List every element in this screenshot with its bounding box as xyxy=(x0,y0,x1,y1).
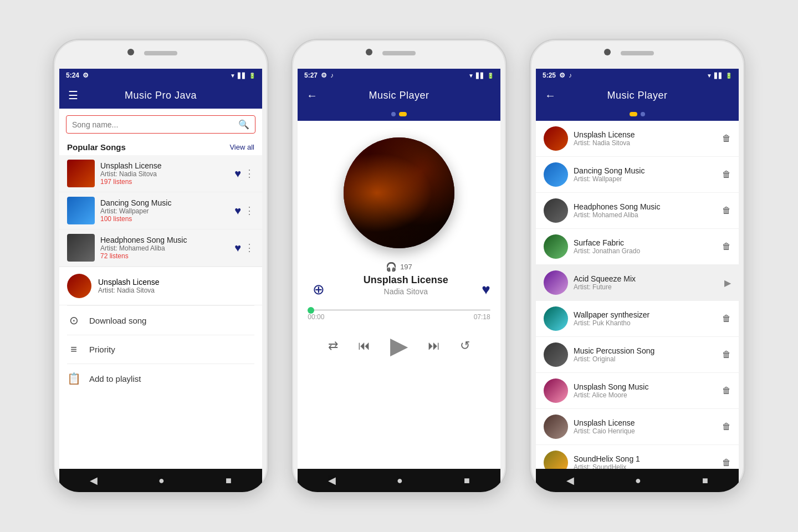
back-icon-2[interactable]: ← xyxy=(306,89,318,102)
playlist-item-2[interactable]: Dancing Song Music Artist: Wallpaper 🗑 xyxy=(536,157,739,193)
song-item-1[interactable]: Unsplash License Artist: Nadia Sitova 19… xyxy=(59,155,262,192)
player-controls-row: ⊕ Unsplash License Nadia Sitova ♥ xyxy=(308,274,490,305)
playlist-title-5: Acid Squeeze Mix xyxy=(574,274,719,283)
phone-top-3 xyxy=(530,40,744,69)
view-all-button[interactable]: View all xyxy=(229,143,254,151)
song-item-2[interactable]: Dancing Song Music Artist: Wallpaper 100… xyxy=(59,192,262,229)
playlist-delete-9[interactable]: 🗑 xyxy=(722,422,731,432)
playlist-delete-4[interactable]: 🗑 xyxy=(722,242,731,252)
dot-3-1[interactable] xyxy=(630,112,637,116)
search-input-1[interactable] xyxy=(72,120,238,129)
phone-screen-2: 5:27 ⚙ ♪ ▋▋ 🔋 ← Music Player xyxy=(298,69,500,492)
download-button-player[interactable]: ⊕ xyxy=(308,281,330,298)
shuffle-button[interactable]: ⇄ xyxy=(328,339,338,353)
playlist-title-3: Headphones Song Music xyxy=(574,202,717,211)
context-priority[interactable]: ≡ Priority xyxy=(59,335,262,364)
playlist-item-1[interactable]: Unsplash License Artist: Nadia Sitova 🗑 xyxy=(536,121,739,157)
playlist-item-5[interactable]: Acid Squeeze Mix Artist: Future ▶ xyxy=(536,265,739,301)
playlist-title-10: SoundHelix Song 1 xyxy=(574,454,717,463)
playlist-thumb-4 xyxy=(544,234,568,259)
song-title-1: Unsplash License xyxy=(100,161,229,170)
context-add-playlist[interactable]: 📋 Add to playlist xyxy=(59,364,262,393)
repeat-button[interactable]: ↺ xyxy=(460,339,470,353)
playlist-info-3: Headphones Song Music Artist: Mohamed Al… xyxy=(574,202,717,219)
more-button-2[interactable]: ⋮ xyxy=(244,204,254,217)
status-icons-1: ▋▋ 🔋 xyxy=(230,71,255,79)
dot-2-1[interactable] xyxy=(391,112,396,116)
song-artist-2: Artist: Wallpaper xyxy=(100,207,229,215)
song-item-3[interactable]: Headphones Song Music Artist: Mohamed Al… xyxy=(59,229,262,267)
heart-button-player[interactable]: ♥ xyxy=(482,281,490,298)
heart-button-3[interactable]: ♥ xyxy=(234,242,241,254)
nav-square-1[interactable]: ■ xyxy=(226,475,232,487)
nav-square-2[interactable]: ■ xyxy=(464,475,470,487)
settings-icon-1: ⚙ xyxy=(83,71,89,79)
playlist-item-9[interactable]: Unsplash License Artist: Caio Henrique 🗑 xyxy=(536,409,739,445)
playlist-delete-1[interactable]: 🗑 xyxy=(722,134,731,144)
playlist-delete-8[interactable]: 🗑 xyxy=(722,386,731,396)
playlist-artist-4: Artist: Jonathan Grado xyxy=(574,247,717,255)
heart-button-1[interactable]: ♥ xyxy=(234,167,241,180)
play-indicator-5[interactable]: ▶ xyxy=(724,278,731,288)
playlist-item-3[interactable]: Headphones Song Music Artist: Mohamed Al… xyxy=(536,193,739,229)
nav-home-1[interactable]: ● xyxy=(158,475,165,487)
menu-icon-1[interactable]: ☰ xyxy=(68,89,78,102)
nav-home-3[interactable]: ● xyxy=(635,475,641,487)
settings-icon-3: ⚙ xyxy=(559,71,565,79)
phone-screen-1: 5:24 ⚙ ▋▋ 🔋 ☰ Music Pro Java 🔍 Popular xyxy=(59,69,262,492)
playlist-content: Unsplash License Artist: Nadia Sitova 🗑 … xyxy=(536,121,739,469)
wifi-icon-2 xyxy=(468,71,474,79)
progress-dot xyxy=(308,307,314,314)
song-info-1: Unsplash License Artist: Nadia Sitova 19… xyxy=(100,161,229,186)
nav-back-1[interactable]: ◀ xyxy=(90,474,98,487)
playlist-delete-6[interactable]: 🗑 xyxy=(722,314,731,324)
context-download[interactable]: ⊙ Download song xyxy=(59,306,262,335)
playlist-thumb-3 xyxy=(544,198,568,223)
more-button-1[interactable]: ⋮ xyxy=(244,167,254,180)
nav-square-3[interactable]: ■ xyxy=(702,475,708,487)
status-time-1: 5:24 ⚙ xyxy=(66,71,89,79)
playlist-item-7[interactable]: Music Percussion Song Artist: Original 🗑 xyxy=(536,337,739,373)
playlist-item-6[interactable]: Wallpaper synthesizer Artist: Puk Khanth… xyxy=(536,301,739,337)
search-bar-1[interactable]: 🔍 xyxy=(66,115,255,134)
playlist-artist-3: Artist: Mohamed Aliba xyxy=(574,211,717,219)
more-button-3[interactable]: ⋮ xyxy=(244,242,254,254)
song-actions-3: ♥ ⋮ xyxy=(234,242,254,254)
playlist-thumb-5 xyxy=(544,270,568,295)
headphones-icon: 🎧 xyxy=(386,262,397,272)
playlist-item-8[interactable]: Unsplash Song Music Artist: Alice Moore … xyxy=(536,373,739,409)
context-song-info: Unsplash License Artist: Nadia Sitova xyxy=(98,278,160,294)
playlist-item-4[interactable]: Surface Fabric Artist: Jonathan Grado 🗑 xyxy=(536,229,739,265)
nav-bar-2: ◀ ● ■ xyxy=(298,469,500,492)
playlist-title-4: Surface Fabric xyxy=(574,238,717,247)
phone-screen-3: 5:25 ⚙ ♪ ▋▋ 🔋 ← Music Player xyxy=(536,69,739,492)
time-label-3: 5:25 xyxy=(543,71,556,79)
play-button[interactable]: ▶ xyxy=(390,332,408,359)
nav-home-2[interactable]: ● xyxy=(397,475,403,487)
song-listens-3: 72 listens xyxy=(100,252,229,260)
dot-2-2[interactable] xyxy=(399,112,407,116)
back-icon-3[interactable]: ← xyxy=(545,89,556,102)
song-actions-2: ♥ ⋮ xyxy=(234,204,254,217)
playlist-delete-10[interactable]: 🗑 xyxy=(722,458,731,468)
phone-top-2 xyxy=(292,40,506,69)
nav-back-3[interactable]: ◀ xyxy=(566,474,574,487)
heart-button-2[interactable]: ♥ xyxy=(234,204,241,217)
search-icon-1[interactable]: 🔍 xyxy=(238,119,249,130)
playlist-delete-3[interactable]: 🗑 xyxy=(722,206,731,216)
progress-container[interactable]: 00:00 07:18 xyxy=(308,309,490,321)
playlist-artist-9: Artist: Caio Henrique xyxy=(574,427,717,435)
playlist-item-10[interactable]: SoundHelix Song 1 Artist: SoundHelix 🗑 xyxy=(536,445,739,469)
nav-back-2[interactable]: ◀ xyxy=(328,474,336,487)
playlist-delete-7[interactable]: 🗑 xyxy=(722,350,731,360)
screen-content-1: 🔍 Popular Songs View all Unsplash Licens… xyxy=(59,109,262,469)
prev-button[interactable]: ⏮ xyxy=(358,339,370,353)
album-art-visual xyxy=(344,137,454,248)
playlist-info-10: SoundHelix Song 1 Artist: SoundHelix xyxy=(574,454,717,469)
playlist-delete-2[interactable]: 🗑 xyxy=(722,170,731,180)
progress-bar[interactable] xyxy=(308,309,490,311)
player-screen: 🎧 197 ⊕ Unsplash License Nadia Sitova ♥ xyxy=(298,121,500,469)
dot-3-2[interactable] xyxy=(641,112,645,116)
wifi-icon-1 xyxy=(230,71,236,79)
next-button[interactable]: ⏭ xyxy=(428,339,440,353)
